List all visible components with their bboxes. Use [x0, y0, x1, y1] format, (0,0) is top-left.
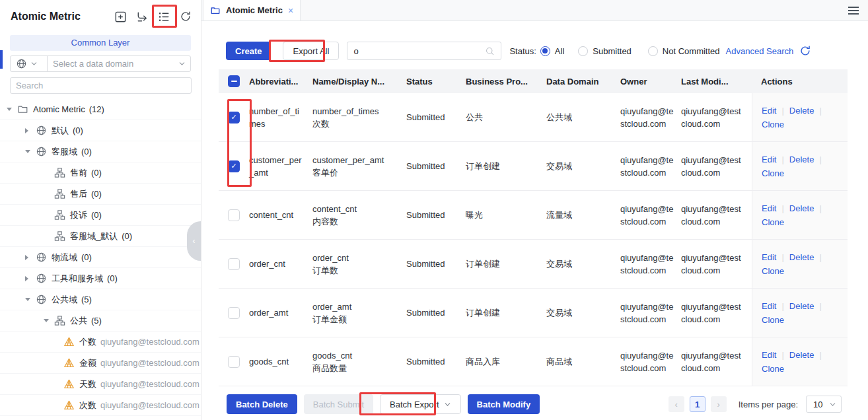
clone-link[interactable]: Clone	[762, 363, 784, 375]
cell-status: Submitted	[406, 209, 466, 221]
clone-link[interactable]: Clone	[762, 314, 784, 326]
tree-item-公共[interactable]: 公共(5)	[0, 310, 201, 332]
edit-link[interactable]: Edit	[762, 251, 776, 263]
delete-link[interactable]: Delete	[789, 153, 814, 166]
tree-item-客服域[interactable]: 客服域(0)	[0, 141, 201, 162]
delete-link[interactable]: Delete	[789, 251, 814, 263]
tree-caret-icon[interactable]	[25, 276, 36, 281]
edit-link[interactable]: Edit	[762, 300, 776, 312]
row-checkbox[interactable]: ✓	[228, 160, 240, 172]
tree-caret-icon[interactable]	[7, 108, 17, 111]
tree-item-count: (12)	[89, 104, 104, 114]
tree-item-默认[interactable]: 默认(0)	[0, 120, 201, 141]
tree-item-公共域[interactable]: 公共域(5)	[0, 289, 201, 310]
clone-link[interactable]: Clone	[762, 265, 784, 277]
prev-page-button[interactable]: ‹	[669, 396, 684, 412]
sidebar-collapse-handle[interactable]: ‹	[187, 221, 201, 261]
advanced-search-link[interactable]: Advanced Search	[726, 46, 794, 56]
tree-item-label: 金额	[79, 357, 96, 369]
batch-modify-button[interactable]: Batch Modify	[468, 394, 540, 414]
delete-link[interactable]: Delete	[789, 349, 814, 361]
tree-caret-icon[interactable]	[25, 298, 36, 301]
delete-link[interactable]: Delete	[789, 300, 814, 312]
export-all-button[interactable]: Export All	[283, 42, 339, 60]
action-separator: |	[781, 202, 783, 215]
batch-export-button[interactable]: Batch Export	[380, 394, 460, 414]
tree-item-客服域_默认[interactable]: 客服域_默认(0)	[0, 226, 201, 247]
folder-icon	[17, 104, 28, 115]
status-radio-not-committed[interactable]: Not Committed	[648, 46, 720, 56]
next-page-button[interactable]: ›	[711, 396, 727, 412]
tree-item-售后[interactable]: 售后(0)	[0, 184, 201, 205]
row-checkbox[interactable]	[228, 209, 240, 221]
batch-delete-button[interactable]: Batch Delete	[227, 394, 297, 414]
cell-last-modified: qiuyufang@testcloud.com	[681, 105, 752, 130]
cell-status: Submitted	[406, 355, 466, 368]
common-layer-button[interactable]: Common Layer	[10, 35, 191, 51]
tree-item-金额[interactable]: 金额qiuyufang@testcloud.com N	[0, 353, 201, 374]
row-checkbox[interactable]	[228, 258, 240, 270]
list-view-icon[interactable]	[157, 9, 171, 24]
add-icon[interactable]	[113, 9, 127, 24]
edit-link[interactable]: Edit	[762, 153, 776, 166]
data-domain-select[interactable]: Select a data domain	[10, 55, 191, 72]
main-area: Atomic Metric × Create Export All Status…	[201, 0, 868, 420]
status-radio-all[interactable]: All	[540, 46, 564, 56]
row-checkbox[interactable]	[228, 356, 240, 368]
tree-caret-icon[interactable]	[25, 128, 36, 133]
radio-icon[interactable]	[540, 46, 550, 56]
page-size-select[interactable]: 10	[806, 396, 842, 413]
cell-business-process: 公共	[466, 111, 546, 123]
row-checkbox[interactable]	[228, 307, 240, 319]
cell-business-process: 订单创建	[466, 258, 546, 270]
tree-item-次数[interactable]: 次数qiuyufang@testcloud.com N	[0, 395, 201, 416]
tree-item-售前[interactable]: 售前(0)	[0, 162, 201, 184]
tree-item-Atomic Metric[interactable]: Atomic Metric(12)	[0, 99, 201, 120]
tree-item-工具和服务域[interactable]: 工具和服务域(0)	[0, 268, 201, 289]
tab-atomic-metric[interactable]: Atomic Metric ×	[203, 0, 301, 20]
delete-link[interactable]: Delete	[789, 104, 814, 117]
import-icon[interactable]	[135, 9, 149, 24]
delete-link[interactable]: Delete	[789, 202, 814, 215]
action-separator: |	[819, 104, 821, 117]
cell-owner: qiuyufang@testcloud.com	[620, 349, 681, 374]
current-page-button[interactable]: 1	[690, 396, 705, 412]
tree-caret-icon[interactable]	[44, 319, 54, 322]
select-all-checkbox[interactable]	[228, 75, 240, 87]
create-button[interactable]: Create	[226, 42, 271, 60]
clone-link[interactable]: Clone	[762, 216, 784, 228]
cell-owner: qiuyufang@testcloud.com	[620, 252, 681, 277]
edit-link[interactable]: Edit	[762, 202, 776, 215]
tab-close-icon[interactable]: ×	[288, 6, 293, 15]
hamburger-menu-icon[interactable]	[848, 0, 859, 21]
table-search-input[interactable]	[353, 46, 485, 56]
chevron-down-icon	[829, 401, 836, 408]
tree-caret-icon[interactable]	[25, 255, 36, 260]
batch-submit-button[interactable]: Batch Submit	[304, 394, 373, 414]
tree-item-label: 个数	[79, 336, 96, 348]
refresh-icon[interactable]	[178, 9, 193, 24]
edit-link[interactable]: Edit	[762, 104, 776, 117]
table-header-row: Abbreviati... Name/Display N... Status B…	[219, 69, 848, 93]
clone-link[interactable]: Clone	[762, 167, 784, 180]
cell-owner: qiuyufang@testcloud.com	[620, 300, 681, 326]
clone-link[interactable]: Clone	[762, 118, 784, 131]
sidebar-search-input[interactable]	[10, 77, 192, 94]
cell-data-domain: 商品域	[546, 355, 620, 368]
edit-link[interactable]: Edit	[762, 349, 776, 361]
table-row-content_cnt: content_cntcontent_cnt内容数Submitted曝光流量域q…	[219, 191, 848, 240]
status-radio-submitted[interactable]: Submitted	[578, 46, 632, 56]
tree-caret-icon[interactable]	[25, 150, 36, 153]
cell-actions: Edit|Delete|Clone	[752, 142, 848, 190]
tree-item-个数[interactable]: 个数qiuyufang@testcloud.com N	[0, 332, 201, 353]
refresh-icon-blue[interactable]	[799, 44, 812, 57]
table-search-box[interactable]	[347, 42, 501, 60]
action-separator: |	[819, 349, 821, 361]
tree-item-物流域[interactable]: 物流域(0)	[0, 247, 201, 268]
tree-item-投诉[interactable]: 投诉(0)	[0, 205, 201, 226]
tree-item-天数[interactable]: 天数qiuyufang@testcloud.com N	[0, 374, 201, 395]
radio-icon[interactable]	[648, 46, 658, 56]
radio-icon[interactable]	[578, 46, 588, 56]
cell-name-display: customer_per_amt客单价	[312, 154, 406, 179]
row-checkbox[interactable]: ✓	[228, 112, 240, 123]
